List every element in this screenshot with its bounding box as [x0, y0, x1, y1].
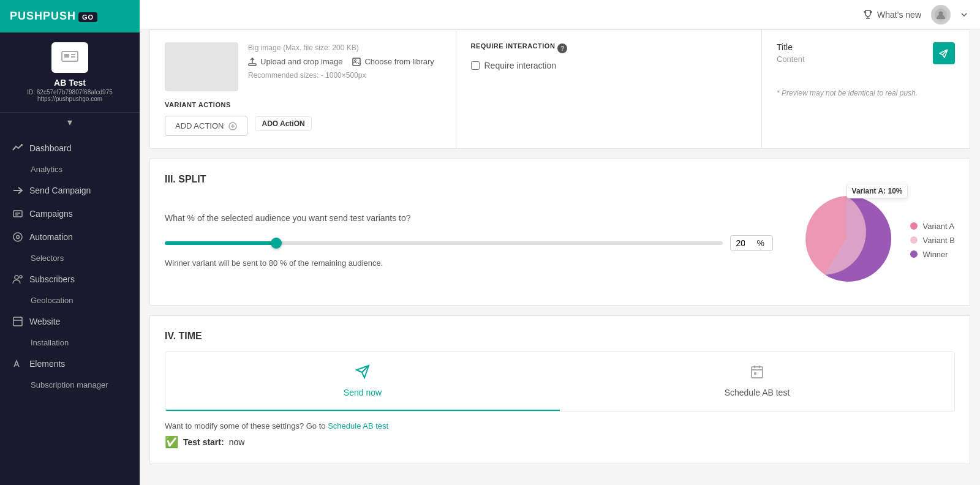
sidebar-item-geolocation[interactable]: Geolocation: [0, 291, 140, 310]
winner-note: Winner variant will be sent to 80 % of t…: [165, 258, 773, 268]
campaigns-icon: [12, 208, 23, 219]
tab-send-now-label: Send now: [344, 388, 382, 397]
time-title: IV. TIME: [165, 331, 955, 342]
site-icon: [51, 42, 88, 73]
preview-content: Content: [777, 55, 805, 64]
percent-symbol: %: [756, 238, 764, 248]
sidebar-item-selectors[interactable]: Selectors: [0, 249, 140, 268]
split-slider-track: [165, 241, 723, 245]
preview-section: Title Content * Preview may not be ident…: [761, 30, 970, 148]
image-placeholder: [165, 42, 238, 91]
legend-label-winner: Winner: [922, 250, 948, 259]
sidebar-item-installation[interactable]: Installation: [0, 333, 140, 352]
svg-point-8: [13, 233, 22, 241]
tab-schedule-ab[interactable]: Schedule AB test: [560, 352, 954, 411]
nav-section: Dashboard Analytics Send Campaign Campai…: [0, 132, 140, 399]
sidebar-item-label-elements: Elements: [29, 359, 65, 369]
ado-action-badge: ADO ActiON: [255, 116, 311, 131]
sidebar-item-campaigns[interactable]: Campaigns: [0, 202, 140, 225]
upload-icon: [248, 58, 257, 66]
dashboard-icon: [12, 143, 23, 154]
require-interaction-checkbox[interactable]: [471, 61, 480, 70]
sidebar-label-analytics: Analytics: [31, 165, 62, 174]
calendar-icon: [750, 364, 764, 379]
require-help-icon[interactable]: ?: [557, 43, 567, 53]
test-start-label: Test start:: [183, 437, 224, 447]
sidebar-item-subscribers[interactable]: Subscribers: [0, 268, 140, 291]
sidebar-item-analytics[interactable]: Analytics: [0, 160, 140, 179]
send-preview-icon: [939, 48, 949, 58]
sidebar-item-label-automation: Automation: [29, 232, 73, 242]
split-percent-field[interactable]: [736, 238, 754, 248]
sidebar-label-geolocation: Geolocation: [31, 296, 73, 305]
sidebar-item-website[interactable]: Website: [0, 310, 140, 333]
split-slider-row: %: [165, 235, 773, 251]
sidebar-item-label-campaigns: Campaigns: [29, 209, 73, 219]
time-section: IV. TIME Send now: [149, 315, 970, 464]
site-url: https://pushpushgo.com: [10, 96, 130, 102]
legend-item-variant-a: Variant A: [910, 222, 955, 231]
require-interaction-section: REQUIRE INTERACTION ? Require interactio…: [456, 30, 762, 148]
variant-actions-label: VARIANT ACTIONS: [165, 101, 441, 108]
top-area: Big image (Max. file size: 200 KB) Uplo: [149, 29, 970, 149]
split-subtitle: What % of the selected audience you want…: [165, 213, 773, 223]
split-slider-fill: [165, 241, 276, 245]
user-avatar[interactable]: [931, 5, 951, 24]
plus-circle-icon: [228, 122, 237, 130]
svg-rect-0: [62, 51, 78, 61]
sidebar-item-elements[interactable]: Elements: [0, 352, 140, 375]
sidebar-item-send-campaign[interactable]: Send Campaign: [0, 179, 140, 202]
tab-send-now[interactable]: Send now: [165, 352, 560, 411]
legend-label-variant-b: Variant B: [922, 236, 955, 245]
sidebar: PUSHPUSHGO AB Test ID: 62c57ef7b79807f68…: [0, 0, 140, 485]
upload-image-button[interactable]: Upload and crop image: [248, 57, 342, 66]
pie-chart: [797, 190, 895, 288]
legend-dot-winner: [910, 250, 918, 258]
svg-point-10: [15, 276, 18, 279]
topbar: What's new: [140, 0, 980, 29]
automation-icon: [12, 231, 23, 242]
collapse-button[interactable]: ▾: [0, 113, 140, 132]
schedule-link[interactable]: Schedule AB test: [328, 421, 388, 430]
pie-label-variant-a: Variant A: 10%: [846, 184, 908, 198]
preview-note: * Preview may not be identical to real p…: [777, 89, 955, 97]
tab-schedule-ab-label: Schedule AB test: [725, 388, 790, 397]
legend-dot-variant-a: [910, 222, 918, 230]
add-action-label: ADD ACTION: [175, 121, 224, 130]
site-name: AB Test: [10, 78, 130, 88]
svg-point-11: [20, 276, 22, 278]
split-slider-thumb[interactable]: [271, 238, 282, 249]
split-section: III. SPLIT What % of the selected audien…: [149, 159, 970, 306]
image-actions: Upload and crop image Choose from librar…: [248, 57, 441, 66]
split-chart-area: Variant A: 10%: [797, 190, 955, 290]
sidebar-item-subscription-manager[interactable]: Subscription manager: [0, 375, 140, 394]
svg-point-21: [355, 59, 356, 61]
image-info: Big image (Max. file size: 200 KB) Uplo: [248, 42, 441, 80]
sidebar-label-subscription-manager: Subscription manager: [31, 380, 108, 389]
sidebar-item-dashboard[interactable]: Dashboard: [0, 137, 140, 160]
legend-item-variant-b: Variant B: [910, 236, 955, 245]
preview-send-button[interactable]: [933, 42, 955, 64]
time-tabs: Send now Schedule AB test: [165, 352, 955, 412]
send-icon: [12, 185, 23, 196]
sidebar-item-label-website: Website: [29, 317, 60, 326]
add-action-button[interactable]: ADD ACTION: [165, 116, 247, 136]
dropdown-arrow-icon: [960, 11, 968, 18]
whats-new-label: What's new: [877, 10, 921, 20]
svg-rect-29: [754, 372, 756, 375]
preview-title: Title: [777, 42, 805, 52]
logo-text: PUSHPUSHGO: [10, 10, 97, 23]
logo-go: GO: [78, 12, 97, 22]
split-title: III. SPLIT: [165, 174, 955, 185]
whats-new-button[interactable]: What's new: [862, 9, 921, 20]
require-interaction-label[interactable]: Require interaction: [484, 61, 557, 70]
site-info: AB Test ID: 62c57ef7b79807f68afcd975 htt…: [0, 32, 140, 113]
sidebar-item-automation[interactable]: Automation: [0, 225, 140, 249]
svg-rect-1: [64, 54, 69, 58]
sidebar-label-installation: Installation: [31, 338, 69, 347]
choose-library-button[interactable]: Choose from library: [352, 57, 434, 66]
test-start: ✅ Test start: now: [165, 435, 955, 449]
svg-point-9: [17, 236, 20, 239]
image-section: Big image (Max. file size: 200 KB) Uplo: [150, 30, 456, 148]
svg-rect-12: [13, 317, 22, 326]
